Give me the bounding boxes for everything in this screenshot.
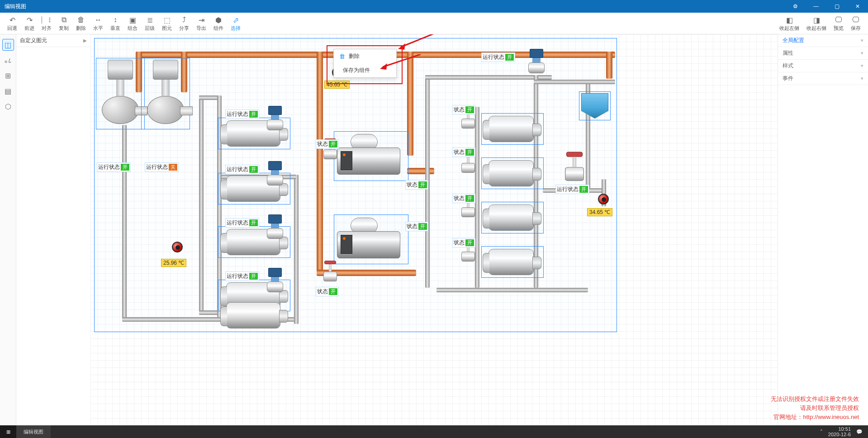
equipment-r1[interactable]	[489, 116, 534, 142]
window-titlebar: 编辑视图 ⚙ — ▢ ✕	[0, 0, 868, 13]
select-button[interactable]: ⬀选择	[227, 14, 244, 33]
flowmeter[interactable]	[267, 268, 283, 293]
collapse-left-button[interactable]: ◧收起左侧	[776, 14, 803, 33]
status-label: 运行状态开	[225, 218, 259, 228]
taskbar-clock[interactable]: 10:51 2020-12-6	[828, 426, 851, 437]
save-button[interactable]: 🖵保存	[847, 14, 864, 33]
window-controls: ⚙ — ▢ ✕	[785, 0, 868, 13]
component-button[interactable]: ⬢组件	[210, 14, 227, 33]
pipe-grey[interactable]	[294, 175, 299, 324]
design-canvas[interactable]: 运行状态开 运行状态关 运行状态开 运行状态开 运行状态开 运行状态开 状态开 …	[90, 34, 778, 425]
pump-1[interactable]	[98, 60, 143, 128]
window-minimize-icon[interactable]: —	[806, 0, 826, 13]
undo-button[interactable]: ↶回退	[4, 14, 21, 33]
equipment-r3[interactable]	[489, 205, 534, 231]
share-button[interactable]: ⤴分享	[175, 14, 193, 33]
valve[interactable]	[323, 261, 337, 284]
taskbar-app[interactable]: 编辑视图	[16, 425, 51, 438]
group-button[interactable]: ▣组合	[124, 14, 141, 33]
equipment-r4[interactable]	[489, 249, 534, 275]
equipment-l5[interactable]	[226, 302, 280, 328]
pipe-grey[interactable]	[425, 75, 552, 80]
chevron-down-icon: ▾	[861, 50, 863, 56]
rp-event[interactable]: 事件▾	[778, 72, 868, 85]
collapse-right-button[interactable]: ◨收起右侧	[803, 14, 830, 33]
primitive-icon: ⬚	[164, 15, 171, 25]
sensor-gauge[interactable]	[598, 194, 609, 205]
notification-icon[interactable]: 💬	[856, 429, 863, 435]
status-label: 状态开	[405, 222, 428, 231]
window-settings-icon[interactable]: ⚙	[785, 0, 806, 13]
chevron-down-icon: ▾	[861, 38, 863, 43]
rail-cube-icon[interactable]: ⬡	[2, 100, 14, 112]
compressor-c2[interactable]	[337, 218, 400, 263]
halign-button[interactable]: ↔水平	[90, 14, 107, 33]
tray-up-icon[interactable]: ˄	[820, 429, 823, 435]
layer-button[interactable]: ≣层级	[141, 14, 158, 33]
pipe[interactable]	[407, 52, 413, 156]
flowmeter[interactable]	[267, 106, 283, 131]
copy-icon: ⧉	[62, 15, 66, 25]
window-close-icon[interactable]: ✕	[847, 0, 868, 13]
export-button[interactable]: ⇥导出	[193, 14, 210, 33]
rp-global[interactable]: 全局配置▾	[778, 34, 868, 47]
pipe[interactable]	[407, 168, 434, 174]
status-label: 运行状态开	[555, 185, 589, 194]
rail-puzzle-icon[interactable]: ⊞	[2, 70, 14, 81]
pipe-grey[interactable]	[534, 75, 538, 288]
flowmeter[interactable]	[528, 49, 545, 74]
equipment-r2[interactable]	[489, 160, 534, 186]
cursor-icon: ⬀	[233, 15, 239, 25]
status-label: 运行状态关	[145, 162, 179, 172]
pipe-grey[interactable]	[199, 95, 204, 313]
pipe-grey[interactable]	[199, 95, 219, 100]
arrow-annotation	[398, 34, 439, 50]
pipe-grey[interactable]	[436, 288, 536, 292]
valve-large[interactable]	[565, 152, 584, 185]
status-label: 状态开	[452, 238, 475, 248]
flowmeter[interactable]	[267, 161, 283, 186]
rail-chart-icon[interactable]: ₒ८	[2, 54, 14, 66]
pipe-grey[interactable]	[534, 80, 615, 84]
pump-2[interactable]	[143, 60, 188, 128]
chevron-right-icon: ▶	[83, 38, 87, 43]
ctx-save-as-component[interactable]: 保存为组件	[334, 63, 396, 77]
ctx-delete[interactable]: 🗑删除	[334, 49, 396, 63]
delete-button[interactable]: 🗑删除	[72, 14, 90, 33]
chevron-down-icon: ▾	[861, 63, 863, 69]
start-button[interactable]: ⊞	[0, 425, 16, 438]
flowmeter[interactable]	[267, 214, 283, 240]
pipe[interactable]	[606, 52, 612, 79]
pipe-grey[interactable]	[534, 288, 588, 292]
left-panel-header[interactable]: 自定义图元 ▶	[16, 34, 90, 47]
undo-icon: ↶	[9, 15, 15, 25]
sensor-gauge[interactable]	[172, 242, 183, 252]
chevron-down-icon: ▾	[861, 76, 863, 81]
status-label: 状态开	[452, 148, 475, 157]
pipe[interactable]	[317, 52, 323, 273]
pipe-grey[interactable]	[475, 107, 479, 288]
redo-button[interactable]: ↷前进	[21, 14, 38, 33]
redo-icon: ↷	[27, 15, 33, 25]
window-maximize-icon[interactable]: ▢	[826, 0, 847, 13]
rp-style[interactable]: 样式▾	[778, 60, 868, 72]
preview-button[interactable]: 🖵预览	[830, 14, 847, 33]
primitive-button[interactable]: ⬚图元	[158, 14, 175, 33]
right-properties-panel: 全局配置▾ 属性▾ 样式▾ 事件▾	[778, 34, 868, 425]
align-button[interactable]: ⎸⫶对齐	[38, 14, 55, 33]
pipe-grey[interactable]	[199, 310, 219, 315]
context-menu: 🗑删除 保存为组件	[333, 49, 397, 78]
export-icon: ⇥	[199, 15, 204, 25]
status-label: 运行状态开	[97, 162, 131, 172]
tank[interactable]	[581, 93, 608, 119]
compressor-c1[interactable]	[337, 134, 400, 179]
status-label: 运行状态开	[225, 271, 259, 281]
pipe-grey[interactable]	[122, 125, 127, 319]
valign-button[interactable]: ↕垂直	[107, 14, 124, 33]
rp-attr[interactable]: 属性▾	[778, 47, 868, 60]
rail-wand-icon[interactable]: ✧	[2, 39, 14, 51]
status-label: 运行状态开	[225, 110, 259, 119]
rail-form-icon[interactable]: ▤	[2, 85, 14, 97]
auth-url-link[interactable]: http://www.ineuos.net	[803, 414, 859, 420]
copy-button[interactable]: ⧉复制	[55, 14, 72, 33]
